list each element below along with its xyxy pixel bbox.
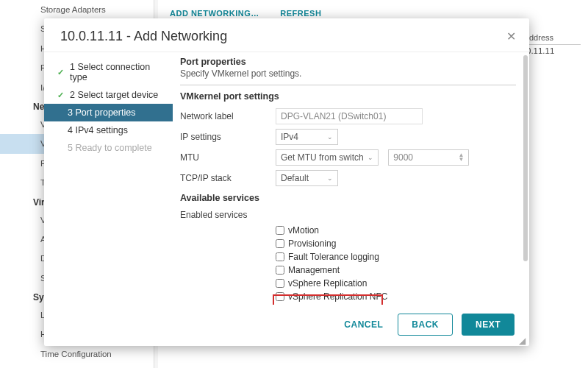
chevron-down-icon: ⌄ xyxy=(368,154,373,161)
next-button[interactable]: NEXT xyxy=(462,314,514,336)
service-row: vSphere Replication xyxy=(180,277,516,290)
add-networking-dialog: 10.0.11.11 - Add Networking ✕ 1 Select c… xyxy=(44,18,529,346)
services-list: vMotionProvisioningFault Tolerance loggi… xyxy=(180,224,516,305)
network-label-field: DPG-VLAN21 (DSwitch01) xyxy=(276,108,423,124)
chevron-down-icon: ⌄ xyxy=(327,174,333,182)
network-label-label: Network label xyxy=(180,111,276,121)
mtu-value: 9000 xyxy=(393,152,413,163)
wizard-step[interactable]: 2 Select target device xyxy=(44,86,173,104)
service-label: vSphere Replication NFC xyxy=(288,291,387,302)
close-icon[interactable]: ✕ xyxy=(506,29,516,43)
service-checkbox[interactable] xyxy=(276,226,284,235)
enabled-services-label: Enabled services xyxy=(180,210,276,220)
tcpip-label: TCP/IP stack xyxy=(180,173,276,183)
service-checkbox[interactable] xyxy=(276,279,284,288)
service-row: Fault Tolerance logging xyxy=(180,250,516,263)
content-scrollbar[interactable] xyxy=(523,55,528,283)
service-checkbox[interactable] xyxy=(276,252,284,261)
vmkernel-section-header: VMkernel port settings xyxy=(180,91,516,102)
scrollbar-thumb[interactable] xyxy=(523,55,528,261)
service-row: vSphere Replication NFC xyxy=(180,290,516,303)
available-services-header: Available services xyxy=(180,193,516,203)
ip-settings-select[interactable]: IPv4 ⌄ xyxy=(276,129,338,145)
service-row: Provisioning xyxy=(180,237,516,250)
mtu-value-input[interactable]: 9000 ▲▼ xyxy=(388,149,469,166)
sidebar-item[interactable]: Storage Adapters xyxy=(0,0,154,19)
wizard-step[interactable]: 4 IPv4 settings xyxy=(44,121,173,139)
tcpip-select[interactable]: Default ⌄ xyxy=(276,170,338,186)
wizard-step[interactable]: 1 Select connection type xyxy=(44,58,173,86)
chevron-down-icon: ⌄ xyxy=(327,133,333,141)
ip-settings-label: IP settings xyxy=(180,132,276,142)
service-label: Provisioning xyxy=(288,238,336,249)
wizard-step: 5 Ready to complete xyxy=(44,139,173,157)
wizard-step-nav: 1 Select connection type2 Select target … xyxy=(44,52,173,305)
cancel-button[interactable]: CANCEL xyxy=(338,315,389,334)
tcpip-value: Default xyxy=(281,173,309,183)
service-checkbox[interactable] xyxy=(276,239,284,248)
sidebar-item[interactable]: Authentication Services xyxy=(0,364,154,368)
sidebar-item[interactable]: Time Configuration xyxy=(0,344,154,364)
add-networking-link[interactable]: ADD NETWORKING… xyxy=(170,9,259,18)
content-heading: Port properties xyxy=(180,57,516,67)
refresh-link[interactable]: REFRESH xyxy=(280,9,321,18)
mtu-mode-select[interactable]: Get MTU from switch ⌄ xyxy=(276,149,379,166)
wizard-content: Port properties Specify VMkernel port se… xyxy=(173,52,529,305)
service-checkbox[interactable] xyxy=(276,292,284,301)
service-checkbox[interactable] xyxy=(276,266,284,275)
mtu-label: MTU xyxy=(180,152,276,163)
service-label: vMotion xyxy=(288,225,319,236)
back-button[interactable]: BACK xyxy=(398,314,453,336)
wizard-step: 3 Port properties xyxy=(44,104,173,121)
service-row: vMotion xyxy=(180,224,516,237)
content-subheading: Specify VMkernel port settings. xyxy=(180,68,516,79)
stepper-icon[interactable]: ▲▼ xyxy=(458,153,464,161)
service-row: Management xyxy=(180,263,516,277)
service-label: Fault Tolerance logging xyxy=(288,252,379,262)
service-label: vSphere Replication xyxy=(288,278,367,289)
service-label: Management xyxy=(288,265,340,275)
mtu-mode-value: Get MTU from switch xyxy=(281,152,364,163)
service-row: vSAN xyxy=(180,303,516,305)
ip-settings-value: IPv4 xyxy=(281,132,298,142)
dialog-title: 10.0.11.11 - Add Networking xyxy=(60,29,227,44)
resize-handle-icon[interactable]: ◢ xyxy=(519,336,526,343)
